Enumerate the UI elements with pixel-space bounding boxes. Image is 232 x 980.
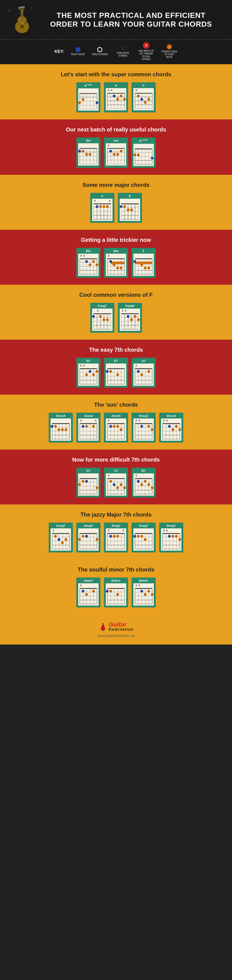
chord-diagram-am: X [106, 143, 126, 165]
ind [122, 255, 125, 258]
chord-dot [140, 425, 143, 428]
chord-dot [120, 150, 123, 153]
chord-dot [109, 370, 112, 373]
chord-dot [85, 373, 88, 376]
ind [171, 419, 174, 423]
chord-dot [82, 535, 85, 538]
chord-dot [96, 487, 98, 489]
chord-dot [82, 480, 85, 483]
chord-dot [102, 205, 105, 208]
ind [147, 89, 150, 92]
ind [85, 584, 88, 587]
ind [64, 529, 67, 533]
chords-row-super-common: G"folk" [9, 82, 223, 113]
guitar-grid [121, 203, 139, 220]
chord-a7: A7 X [131, 358, 156, 388]
chord-dot [113, 263, 115, 266]
ind [110, 364, 113, 368]
open-string-icon [97, 47, 102, 52]
chord-dot [137, 95, 140, 97]
ind [58, 419, 61, 423]
guitar-grid [93, 313, 111, 329]
chord-dot [82, 150, 85, 153]
chord-dot [78, 538, 81, 541]
chord-dot [137, 535, 140, 538]
ind [138, 255, 141, 258]
ind [149, 584, 152, 587]
ind [85, 364, 88, 368]
section-title-trickier: Getting a little trickier now [9, 237, 223, 243]
ind [122, 419, 125, 423]
section-title-super-common: Let's start with the super common chords [9, 71, 223, 78]
chord-dot [106, 205, 109, 208]
guitar-grid [121, 313, 139, 329]
chord-name-f: F [143, 249, 144, 253]
ind [102, 310, 105, 313]
page-title: THE MOST PRACTICAL AND EFFICIENT ORDER T… [37, 11, 225, 29]
ind [52, 419, 55, 423]
ind [88, 255, 91, 258]
chord-name-gmaj7: Gmaj7 [84, 524, 93, 527]
chord-dot [147, 425, 150, 428]
ind [171, 529, 174, 533]
chord-dot [151, 593, 154, 596]
chord-dot [92, 373, 95, 376]
chord-dm: Dm XX [76, 248, 101, 278]
chord-diagram-emin7 [106, 583, 126, 606]
ind [124, 200, 127, 203]
chord-diagram-g [78, 88, 99, 111]
key-item-fret: ● FINGER USED TO FRET NOTE [161, 44, 178, 59]
chord-dot [64, 428, 67, 431]
chord-diagram-dm: XX [78, 254, 99, 276]
fret-note-label: FINGER USED TO FRET NOTE [161, 50, 178, 59]
chord-dot [78, 483, 81, 486]
guitar-grid [107, 478, 125, 494]
chord-name-c: C [142, 84, 144, 87]
chord-dsus2: Dsus2 XX [131, 413, 156, 442]
section-title-sus: The 'sus' chords [9, 402, 223, 408]
chord-dot [144, 480, 147, 483]
chord-dot [147, 590, 150, 593]
ind: X [80, 255, 83, 258]
ind [113, 255, 116, 258]
header: ♪ ♫ ♩ THE MOST PRACTICAL AND EFFICIENT O… [0, 0, 232, 40]
ind: X [83, 255, 86, 258]
ind [116, 584, 119, 587]
chord-e7: E7 [104, 358, 128, 388]
chord-dot [137, 480, 140, 483]
chord-diagram-asus4: X [106, 418, 126, 441]
chord-dot [175, 535, 178, 538]
chord-dot [144, 101, 147, 104]
ind [133, 310, 136, 313]
ind: X [165, 419, 168, 423]
guitar-grid [107, 588, 125, 604]
ind [113, 89, 116, 92]
ind [149, 89, 152, 92]
chord-dot [96, 370, 98, 373]
chord-am: Am X [104, 137, 128, 168]
ind [136, 200, 139, 203]
guitar-grid [107, 423, 125, 439]
chord-dot [130, 318, 133, 321]
ind: X [110, 89, 113, 92]
ind: X [135, 89, 138, 92]
guitar-grid [135, 258, 152, 275]
chord-diagram-asus2: X X [78, 418, 99, 441]
ind [58, 529, 61, 533]
barre-bar [135, 261, 152, 264]
ind [99, 200, 102, 203]
chord-diagram-d: X X [106, 88, 126, 110]
ind [94, 584, 97, 587]
chord-dot [116, 153, 119, 156]
chord-fadd9: Fadd9 XX [118, 303, 142, 333]
guitar-grid [107, 368, 125, 384]
chord-dot [78, 150, 81, 153]
chord-diagram-esus4 [51, 418, 71, 441]
svg-rect-7 [22, 6, 23, 8]
chord-diagram-b7: X [133, 473, 154, 496]
chord-name-a: A [101, 194, 103, 198]
ind: X [107, 529, 110, 533]
ind [122, 89, 125, 92]
chord-diagram-dsus4: XX [161, 418, 181, 441]
chord-dot [61, 428, 64, 431]
